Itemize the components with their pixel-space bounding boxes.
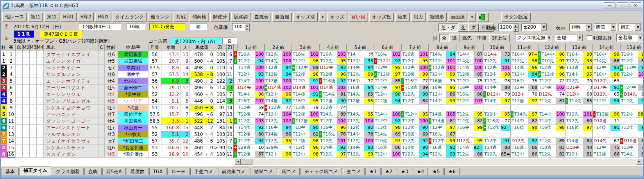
- mark-cell[interactable]: [16, 65, 23, 71]
- m2-cell[interactable]: [23, 125, 30, 131]
- column-header-枠[interactable]: 枠: [1, 44, 7, 51]
- tab-ローテ[interactable]: ローテ: [167, 168, 190, 175]
- m3-cell[interactable]: [30, 125, 37, 131]
- m4-cell[interactable]: [37, 111, 44, 118]
- toolbar-button-傾向検[interactable]: 傾向検: [190, 13, 209, 22]
- column-header-M3[interactable]: M3: [30, 44, 37, 51]
- mark-cell[interactable]: [16, 111, 23, 118]
- scroll-right-icon[interactable]: ►: [636, 159, 642, 165]
- horse-row[interactable]: 11タマモナイスブレイ牡6渡辺薫彦5647.41347801086+T16先10…: [1, 51, 644, 58]
- m3-cell[interactable]: [30, 65, 37, 71]
- class-filter-dropdown[interactable]: クラス限定無▼: [515, 34, 552, 42]
- chevron-down-icon[interactable]: ▼: [541, 24, 547, 31]
- order-filter-dropdown[interactable]: 全着順▼: [616, 34, 644, 42]
- m4-cell[interactable]: [37, 85, 44, 91]
- m4-cell[interactable]: [37, 138, 44, 145]
- leg-button-3F上位[interactable]: 3F上位: [489, 34, 510, 42]
- tab-馬コメ[interactable]: 馬コメ: [278, 168, 300, 175]
- minimize-button[interactable]: —: [604, 2, 615, 9]
- toolbar-dropdown-arrow-icon[interactable]: ▼: [319, 13, 326, 22]
- mark-cell[interactable]: [16, 145, 23, 151]
- m3-cell[interactable]: [30, 91, 37, 98]
- spin-up-icon[interactable]: ▲: [244, 24, 250, 27]
- leg-button-逃先[interactable]: 逃先: [460, 34, 474, 42]
- horse-row[interactable]: 714ジェイケイセラヴィセ7*和田竜二5739.712486- 61057+T1…: [1, 138, 644, 145]
- column-header-C[interactable]: C: [98, 44, 105, 51]
- tab-★2[interactable]: ★2: [381, 168, 396, 175]
- m2-cell[interactable]: [23, 51, 30, 58]
- horizontal-scrollbar[interactable]: ◄ ►: [234, 159, 642, 165]
- past-column-header-11走前[interactable]: 11走前: [511, 44, 538, 51]
- horse-row[interactable]: 59シゲルキョクチョウ牡3*武豊5120.78450+ 89114T12先59+…: [1, 105, 644, 111]
- past-column-header-13走前[interactable]: 13走前: [565, 44, 593, 51]
- m4-cell[interactable]: [37, 125, 44, 131]
- past-column-header-5走前[interactable]: 5走前: [347, 44, 374, 51]
- horse-row[interactable]: 35エーシンホワイティ牡4北村友一565.93490+ 21222T14中100…: [1, 78, 644, 85]
- surface-button-芝・ダ[interactable]: 芝・ダ: [438, 24, 458, 32]
- m2-cell[interactable]: [23, 131, 30, 138]
- m3-cell[interactable]: [30, 111, 37, 118]
- chevron-down-icon[interactable]: ▼: [637, 34, 643, 41]
- tab-TGX[interactable]: TGX: [149, 168, 167, 175]
- horse-row[interactable]: 48グランプリエンゼル牝5ウィリア549.1544601143T16中107T1…: [1, 98, 644, 105]
- tab-★4[interactable]: ★4: [413, 168, 428, 175]
- m4-cell[interactable]: [37, 131, 44, 138]
- m4-cell[interactable]: [37, 98, 44, 105]
- prev-race-arrow-icon[interactable]: ⇑: [4, 23, 9, 30]
- past-column-header-2走前[interactable]: 2走前: [265, 44, 292, 51]
- past-column-header-14走前[interactable]: 14走前: [593, 44, 620, 51]
- toolbar-button-結果[interactable]: 結果: [395, 13, 410, 22]
- tab-予想コメ[interactable]: 予想コメ: [190, 168, 217, 175]
- color-base-spinner[interactable]: 100 ▲▼: [232, 23, 250, 31]
- tab-チェック馬コメ[interactable]: チェック馬コメ: [301, 168, 342, 175]
- mark-cell[interactable]: [16, 118, 23, 125]
- m4-cell[interactable]: [37, 78, 44, 85]
- toolbar-button-オッズ[interactable]: オッズ: [327, 13, 347, 22]
- female-limit-checkbox[interactable]: 牝限以外: [587, 35, 612, 42]
- toolbar-button-R印1[interactable]: R印1: [61, 13, 77, 22]
- past-column-header-3走前[interactable]: 3走前: [292, 44, 319, 51]
- display-dropdown-補正[interactable]: 補正▼: [619, 24, 641, 31]
- horse-row[interactable]: 47エーシンリジル牝4*浜中俊5212.26460+ 41057T14中96T1…: [1, 91, 644, 98]
- toolbar-button-新11[interactable]: 新11: [28, 13, 43, 22]
- display-dropdown-脚質[interactable]: 脚質▼: [594, 24, 617, 31]
- distance-range-dropdown[interactable]: ±200▼: [521, 24, 547, 31]
- column-header-番[interactable]: 番: [7, 44, 16, 51]
- tab-★5[interactable]: ★5: [429, 168, 444, 175]
- m3-cell[interactable]: [30, 118, 37, 125]
- spin-up-icon[interactable]: ▲: [513, 24, 519, 28]
- toolbar-button-他レース[interactable]: 他レース: [2, 13, 27, 22]
- m2-cell[interactable]: [23, 71, 30, 78]
- mark-cell[interactable]: [16, 91, 23, 98]
- m4-cell[interactable]: [37, 151, 44, 158]
- m3-cell[interactable]: [30, 98, 37, 105]
- m3-cell[interactable]: [30, 58, 37, 65]
- column-header-性齢[interactable]: 性齢: [105, 44, 118, 51]
- m3-cell[interactable]: [30, 78, 37, 85]
- leg-button-中後[interactable]: 中後: [474, 34, 489, 42]
- tab-結果コメ[interactable]: 結果コメ: [250, 168, 277, 175]
- mark-cell[interactable]: [16, 71, 23, 78]
- tab-★3[interactable]: ★3: [397, 168, 412, 175]
- horse-row[interactable]: 24サンダルフォン牡8酒井学5757.514538- 810011T12中93T…: [1, 71, 644, 78]
- m3-cell[interactable]: [30, 145, 37, 151]
- m2-cell[interactable]: [23, 145, 30, 151]
- column-header-馬名[interactable]: 馬名: [44, 44, 98, 51]
- tab-★6[interactable]: ★6: [444, 168, 459, 175]
- spin-down-icon[interactable]: ▼: [513, 28, 519, 32]
- restore-button[interactable]: □: [617, 2, 628, 9]
- horse-row[interactable]: 816スカイノダン牝5*国分優作5328.910454+ 410011+T12後…: [1, 151, 644, 158]
- column-header-単勝[interactable]: 単勝: [161, 44, 181, 51]
- past-column-header-1走前[interactable]: 1走前: [237, 44, 265, 51]
- display-dropdown-距離[interactable]: 距離▼: [569, 24, 592, 31]
- spin-down-icon[interactable]: ▼: [244, 27, 250, 31]
- past-column-header-6走前[interactable]: 6走前: [374, 44, 401, 51]
- m3-cell[interactable]: [30, 131, 37, 138]
- toolbar-button-オッズ取[interactable]: オッズ取: [293, 13, 318, 22]
- checkbox-icon[interactable]: [587, 35, 592, 40]
- column-header-替 騎手[interactable]: 替 騎手: [118, 44, 148, 51]
- past-column-header-4走前[interactable]: 4走前: [319, 44, 347, 51]
- distance-spinner[interactable]: 1200 ▲▼: [498, 24, 519, 31]
- close-button[interactable]: ×: [630, 2, 641, 9]
- mark-cell[interactable]: [16, 85, 23, 91]
